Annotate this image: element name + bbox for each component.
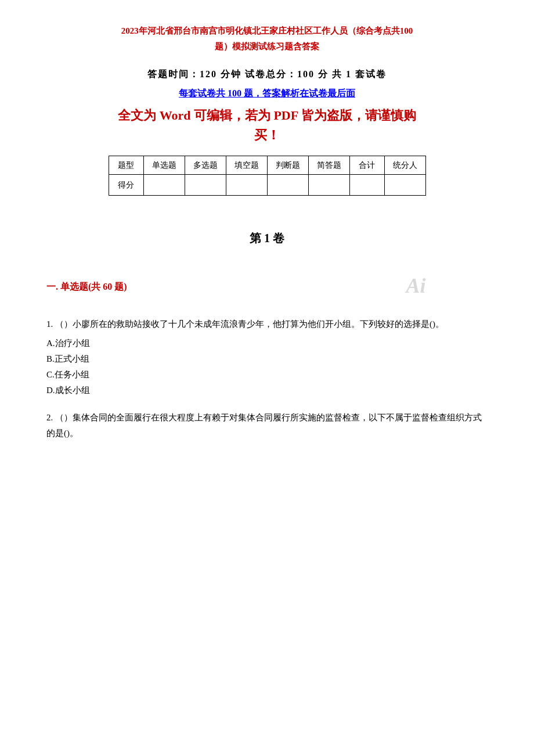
score-judge (267, 175, 308, 196)
question-1-body: （）小廖所在的救助站接收了十几个未成年流浪青少年，他打算为他们开小组。下列较好的… (55, 319, 444, 329)
question-1-option-d: D.成长小组 (46, 383, 488, 398)
col-type: 题型 (109, 156, 143, 175)
score-short (308, 175, 349, 196)
col-short: 简答题 (308, 156, 349, 175)
score-multi (185, 175, 226, 196)
question-1-option-b: B.正式小组 (46, 351, 488, 367)
question-1-number: 1. (46, 319, 53, 329)
question-1-text: 1. （）小廖所在的救助站接收了十几个未成年流浪青少年，他打算为他们开小组。下列… (46, 316, 488, 332)
score-total (349, 175, 384, 196)
col-fill: 填空题 (226, 156, 267, 175)
row-score-label: 得分 (109, 175, 143, 196)
score-scorer (384, 175, 425, 196)
score-table-data: 得分 (109, 175, 425, 196)
question-2: 2. （）集体合同的全面履行在很大程度上有赖于对集体合同履行所实施的监督检查，以… (46, 410, 488, 441)
col-total: 合计 (349, 156, 384, 175)
question-1-option-c: C.任务小组 (46, 367, 488, 383)
question-2-body: （）集体合同的全面履行在很大程度上有赖于对集体合同履行所实施的监督检查，以下不属… (46, 413, 482, 438)
exam-info: 答题时间：120 分钟 试卷总分：100 分 共 1 套试卷 (46, 69, 488, 81)
score-fill (226, 175, 267, 196)
question-1: 1. （）小廖所在的救助站接收了十几个未成年流浪青少年，他打算为他们开小组。下列… (46, 316, 488, 398)
col-multi: 多选题 (185, 156, 226, 175)
score-single (143, 175, 185, 196)
col-scorer: 统分人 (384, 156, 425, 175)
document-container: 2023年河北省邢台市南宫市明化镇北王家庄村社区工作人员（综合考点共100 题）… (46, 23, 488, 441)
warning-line1: 全文为 Word 可编辑，若为 PDF 皆为盗版，请谨慎购 (46, 107, 488, 124)
warning-line2: 买！ (46, 127, 488, 144)
section-title: 一. 单选题(共 60 题) (46, 281, 488, 293)
col-single: 单选题 (143, 156, 185, 175)
question-2-number: 2. (46, 413, 53, 422)
question-1-option-a: A.治疗小组 (46, 336, 488, 351)
spacer-after-section (46, 305, 488, 316)
title-line1: 2023年河北省邢台市南宫市明化镇北王家庄村社区工作人员（综合考点共100 (46, 23, 488, 39)
document-title: 2023年河北省邢台市南宫市明化镇北王家庄村社区工作人员（综合考点共100 题）… (46, 23, 488, 55)
title-line2: 题）模拟测试练习题含答案 (46, 39, 488, 55)
score-table-header: 题型 单选题 多选题 填空题 判断题 简答题 合计 统分人 (109, 156, 425, 175)
question-2-text: 2. （）集体合同的全面履行在很大程度上有赖于对集体合同履行所实施的监督检查，以… (46, 410, 488, 441)
volume-title: 第 1 卷 (46, 231, 488, 246)
col-judge: 判断题 (267, 156, 308, 175)
exam-notice: 每套试卷共 100 题，答案解析在试卷最后面 (46, 88, 488, 100)
score-table: 题型 单选题 多选题 填空题 判断题 简答题 合计 统分人 得分 (109, 156, 426, 196)
